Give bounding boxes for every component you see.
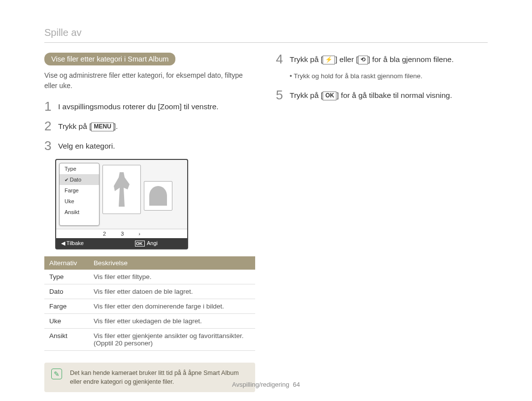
section-heading: Vise filer etter kategori i Smart Album [44,53,175,65]
table-row: AnsiktVis filer etter gjenkjente ansikte… [44,329,255,351]
ok-button-icon: OK [323,92,336,100]
thumbnail [102,165,141,214]
menu-button-icon: MENU [91,123,113,131]
text-fragment: ] for å bla gjennom filene. [368,55,454,63]
table-row: FargeVis filer etter den dominerende far… [44,299,255,314]
menu-item-dato: Dato [60,174,99,185]
step-number: 1 [44,100,58,113]
step-text: Velg en kategori. [58,139,115,152]
lcd-pager: 2 3 › [56,229,187,238]
lcd-set-label: Angi [135,240,158,247]
title-rule [44,42,488,43]
cell: Vis filer etter filtype. [89,270,255,284]
step-number: 2 [44,120,58,132]
cell: Ansikt [44,329,89,351]
left-column: Vise filer etter kategori i Smart Album … [44,53,256,392]
step-text: Trykk på [⚡] eller [⟲] for å bla gjennom… [290,53,454,65]
pager-num: 2 [103,231,106,237]
table-row: DatoVis filer etter datoen de ble lagret… [44,284,255,299]
menu-item-type: Type [60,163,99,174]
menu-item-farge: Farge [60,185,99,196]
step-2: 2 Trykk på [MENU]. [44,120,256,132]
text-fragment: ] for å gå tilbake til normal visning. [336,91,452,99]
footer-page-number: 64 [293,381,299,388]
cell: Vis filer etter den dominerende farge i … [89,299,255,314]
step-text: Trykk på [OK] for å gå tilbake til norma… [290,89,452,101]
cell: Dato [44,284,89,299]
thumbnail-area [102,160,187,229]
step-number: 3 [44,139,58,152]
footer-section: Avspilling/redigering [232,381,289,388]
options-table: Alternativ Beskrivelse TypeVis filer ett… [44,256,255,351]
step-1: 1 I avspillingsmodus roterer du [Zoom] t… [44,100,256,113]
lcd-bottom-bar: Tilbake Angi [56,238,187,248]
cell: Vis filer etter ukedagen de ble lagret. [89,314,255,329]
step-5: 5 Trykk på [OK] for å gå tilbake til nor… [276,89,488,101]
category-menu: Type Dato Farge Uke Ansikt [59,163,100,226]
cell: Type [44,270,89,284]
lcd-back-label: Tilbake [61,240,84,247]
text-fragment: Trykk på [ [290,55,323,63]
step-number: 5 [276,89,290,101]
th-beskrivelse: Beskrivelse [89,256,255,270]
page-footer: Avspilling/redigering 64 [0,381,532,388]
step-text: I avspillingsmodus roterer du [Zoom] til… [58,100,219,112]
silhouette-icon [112,172,132,207]
thumbnail [144,181,172,211]
silhouette-icon [149,186,167,206]
text-fragment: Trykk på [ [58,122,91,130]
text-fragment: ]. [114,122,118,130]
cell: Farge [44,299,89,314]
flash-icon: ⚡ [323,56,335,64]
pager-next-icon: › [138,231,140,237]
table-row: UkeVis filer etter ukedagen de ble lagre… [44,314,255,329]
lcd-screenshot: Type Dato Farge Uke Ansikt 2 3 › Tilbake… [55,159,188,249]
step-text: Trykk på [MENU]. [58,120,118,132]
right-column: 4 Trykk på [⚡] eller [⟲] for å bla gjenn… [276,53,488,392]
pager-num: 3 [121,231,124,237]
step-4: 4 Trykk på [⚡] eller [⟲] for å bla gjenn… [276,53,488,65]
page-title: Spille av [44,27,488,38]
section-intro: Vise og administrere filer etter kategor… [44,70,256,91]
menu-item-uke: Uke [60,196,99,207]
cell: Vis filer etter gjenkjente ansikter og f… [89,329,255,351]
menu-item-ansikt: Ansikt [60,207,99,217]
text-fragment: ] eller [ [335,55,358,63]
timer-icon: ⟲ [358,56,368,64]
cell: Vis filer etter datoen de ble lagret. [89,284,255,299]
th-alternativ: Alternativ [44,256,89,270]
note-icon: ✎ [51,369,62,379]
step-4-sub: Trykk og hold for å bla raskt gjennom fi… [290,72,488,80]
table-header-row: Alternativ Beskrivelse [44,256,255,270]
table-row: TypeVis filer etter filtype. [44,270,255,284]
step-3: 3 Velg en kategori. [44,139,256,152]
cell: Uke [44,314,89,329]
text-fragment: Trykk på [ [290,91,323,99]
step-number: 4 [276,53,290,65]
